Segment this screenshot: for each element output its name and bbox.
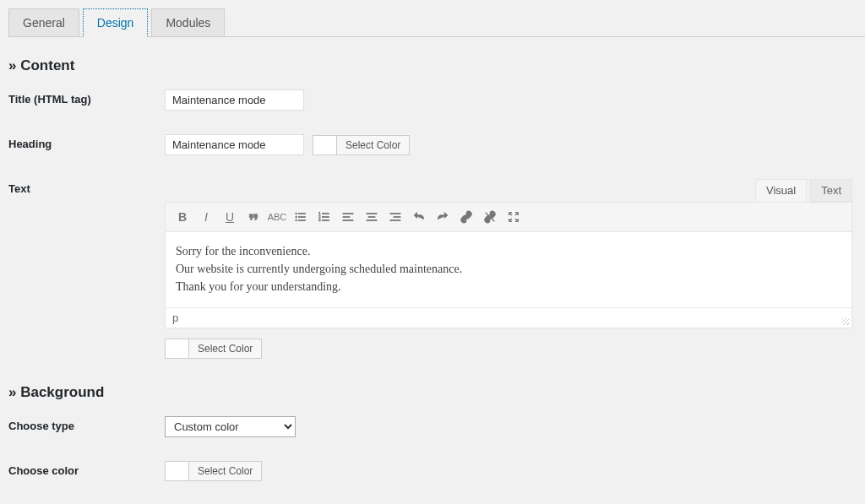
redo-icon[interactable] (432, 207, 453, 227)
svg-rect-9 (322, 216, 329, 217)
field-heading: Heading Select Color (8, 134, 852, 155)
svg-text:3: 3 (318, 218, 321, 222)
field-bg-color: Choose color Select Color (8, 461, 852, 481)
tabs-nav: General Design Modules (8, 8, 865, 37)
svg-point-2 (296, 216, 297, 218)
label-heading: Heading (8, 134, 165, 150)
undo-icon[interactable] (409, 207, 429, 227)
title-input[interactable] (165, 89, 304, 111)
heading-input[interactable] (165, 134, 304, 155)
svg-rect-20 (390, 219, 400, 220)
svg-rect-15 (367, 213, 377, 214)
editor-line: Thank you for your understanding. (176, 278, 841, 295)
link-icon[interactable] (456, 207, 476, 227)
editor-tab-text[interactable]: Text (810, 179, 852, 202)
svg-rect-17 (367, 219, 377, 220)
unlink-icon[interactable] (480, 207, 500, 227)
label-bg-color: Choose color (8, 461, 165, 477)
svg-rect-14 (343, 219, 353, 220)
tab-modules[interactable]: Modules (151, 8, 225, 36)
bg-color-button[interactable]: Select Color (165, 461, 262, 481)
heading-color-button[interactable]: Select Color (313, 135, 410, 155)
strikethrough-icon[interactable]: ABC (267, 207, 287, 227)
bg-type-select[interactable]: Custom color (165, 416, 296, 437)
editor-tabs: Visual Text (165, 179, 852, 202)
settings-form: » Content Title (HTML tag) Heading Selec… (0, 37, 865, 504)
svg-rect-18 (390, 213, 400, 214)
color-swatch-icon (313, 136, 337, 154)
italic-icon[interactable]: I (196, 207, 216, 227)
label-title: Title (HTML tag) (8, 89, 165, 106)
color-swatch-icon (166, 339, 189, 358)
svg-rect-3 (298, 216, 305, 217)
editor-element-path: p (165, 308, 852, 328)
field-title: Title (HTML tag) (8, 89, 852, 111)
svg-point-4 (296, 219, 297, 221)
editor-content[interactable]: Sorry for the inconvenience. Our website… (165, 232, 852, 308)
editor-line: Our website is currently undergoing sche… (176, 260, 841, 278)
label-text: Text (8, 179, 165, 195)
label-bg-type: Choose type (8, 416, 165, 432)
editor-tab-visual[interactable]: Visual (755, 179, 807, 202)
fullscreen-icon[interactable] (503, 207, 524, 227)
editor-line: Sorry for the inconvenience. (176, 242, 841, 260)
heading-color-label: Select Color (337, 136, 409, 154)
svg-rect-16 (368, 216, 375, 217)
text-color-label: Select Color (189, 339, 261, 358)
svg-rect-7 (322, 213, 329, 214)
section-background-heading: » Background (8, 384, 852, 401)
tab-general[interactable]: General (8, 8, 79, 36)
resize-handle-icon[interactable] (840, 316, 850, 326)
color-swatch-icon (166, 462, 189, 480)
field-text: Text Visual Text B I U ABC 123 (8, 179, 852, 360)
svg-point-0 (296, 213, 297, 214)
svg-rect-11 (322, 219, 329, 220)
align-left-icon[interactable] (338, 207, 358, 227)
svg-rect-19 (394, 216, 400, 217)
align-right-icon[interactable] (385, 207, 405, 227)
bg-color-label: Select Color (189, 462, 261, 480)
editor-toolbar: B I U ABC 123 (165, 202, 852, 232)
bullet-list-icon[interactable] (291, 207, 311, 227)
text-color-button[interactable]: Select Color (165, 339, 262, 359)
svg-rect-1 (298, 213, 305, 214)
underline-icon[interactable]: U (220, 207, 240, 227)
blockquote-icon[interactable] (243, 207, 264, 227)
align-center-icon[interactable] (362, 207, 382, 227)
text-editor: Visual Text B I U ABC 123 (165, 179, 852, 360)
svg-rect-13 (343, 216, 350, 217)
svg-rect-12 (343, 213, 353, 214)
numbered-list-icon[interactable]: 123 (314, 207, 335, 227)
field-bg-type: Choose type Custom color (8, 416, 852, 437)
tab-design[interactable]: Design (83, 8, 149, 37)
bold-icon[interactable]: B (172, 207, 193, 227)
svg-rect-5 (298, 219, 305, 220)
section-content-heading: » Content (8, 57, 852, 74)
